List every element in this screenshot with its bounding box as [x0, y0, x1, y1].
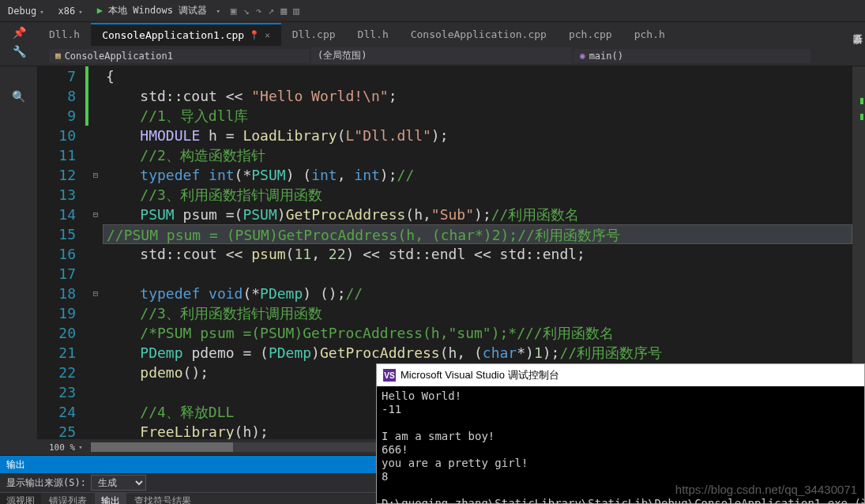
chevron-down-icon: ▾ — [39, 8, 43, 16]
toolbar-button[interactable]: ▦ — [280, 5, 287, 17]
output-source-dropdown[interactable]: 生成 — [91, 475, 146, 491]
console-title-text: Microsoft Visual Studio 调试控制台 — [401, 368, 559, 382]
platform-dropdown[interactable]: x86▾ — [55, 4, 87, 18]
close-icon[interactable]: ✕ — [265, 30, 270, 40]
file-tab[interactable]: pch.h — [623, 24, 676, 45]
step-out-icon[interactable]: ↗ — [268, 5, 274, 17]
context-bar: ▦ConsoleApplication1 (全局范围) ◉main() — [0, 46, 865, 66]
watermark: https://blog.csdn.net/qq_34430071 — [675, 483, 857, 496]
scope-dropdown[interactable]: (全局范围) — [311, 47, 572, 64]
tab-find-symbol[interactable]: 查找符号结果 — [128, 493, 197, 504]
file-tab[interactable]: Dll.cpp — [281, 24, 347, 45]
zoom-level[interactable]: 100 % — [49, 442, 75, 453]
scroll-thumb[interactable] — [91, 442, 233, 452]
config-dropdown[interactable]: Debug▾ — [4, 4, 48, 18]
start-debug-button[interactable]: ▶ 本地 Windows 调试器 ▾ — [93, 2, 224, 19]
search-icon[interactable]: 🔍 — [12, 90, 25, 103]
step-over-icon[interactable]: ↷ — [255, 5, 261, 17]
file-tab[interactable]: Dll.h — [347, 24, 400, 45]
toolbar-button[interactable]: ▥ — [293, 5, 299, 17]
diagnostics-tab[interactable]: 诊断工具 — [851, 24, 865, 30]
file-tab[interactable]: Dll.h — [38, 24, 91, 45]
file-tab[interactable]: ConsoleApplication1.cpp 📍✕ — [91, 23, 281, 46]
function-dropdown[interactable]: ◉main() — [574, 49, 810, 63]
method-icon: ◉ — [580, 51, 585, 61]
project-dropdown[interactable]: ▦ConsoleApplication1 — [49, 49, 310, 63]
step-into-icon[interactable]: ↘ — [243, 5, 250, 17]
side-strip: 🔍 — [0, 66, 38, 439]
vs-icon: VS — [383, 369, 396, 382]
left-icon-strip: 📌 🔧 — [0, 22, 38, 62]
pin-icon[interactable]: 📌 — [13, 26, 26, 39]
tab-output[interactable]: 输出 — [95, 493, 126, 504]
toolbar-button[interactable]: ▣ — [231, 5, 237, 17]
tab-source-view[interactable]: 源视图 — [0, 493, 41, 504]
project-icon: ▦ — [55, 51, 61, 61]
play-icon: ▶ — [97, 5, 103, 16]
tab-error-list[interactable]: 错误列表 — [43, 493, 93, 504]
fold-column: ⊟⊟⊟ — [88, 66, 103, 439]
console-titlebar[interactable]: VS Microsoft Visual Studio 调试控制台 — [377, 364, 864, 386]
chevron-down-icon: ▾ — [78, 8, 82, 16]
wrench-icon[interactable]: 🔧 — [13, 45, 26, 58]
file-tab[interactable]: ConsoleApplication.cpp — [400, 24, 558, 45]
output-source-label: 显示输出来源(S): — [6, 476, 86, 490]
file-tab[interactable]: pch.cpp — [558, 24, 623, 45]
main-toolbar: Debug▾ x86▾ ▶ 本地 Windows 调试器 ▾ ▣ ↘ ↷ ↗ ▦… — [0, 0, 865, 22]
file-tabs: Dll.h ConsoleApplication1.cpp 📍✕ Dll.cpp… — [0, 22, 865, 46]
line-numbers: 78910111213141516171819202122232425 — [38, 66, 85, 439]
pin-icon[interactable]: 📍 — [249, 30, 260, 40]
